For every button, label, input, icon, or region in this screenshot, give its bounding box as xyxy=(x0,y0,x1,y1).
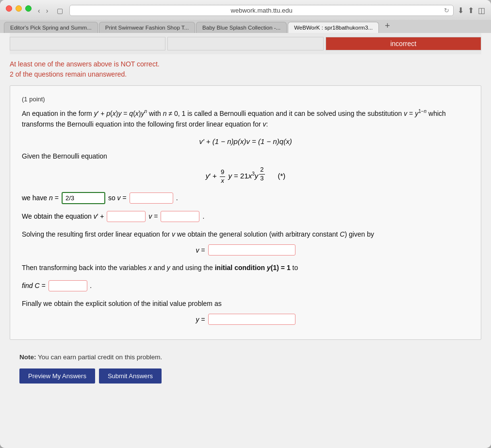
c-input[interactable] xyxy=(49,280,87,291)
traffic-lights xyxy=(6,5,32,12)
minimize-button[interactable] xyxy=(16,5,22,12)
incorrect-label: incorrect xyxy=(390,40,416,48)
obtain-period: . xyxy=(202,212,204,220)
y-final-solution-input[interactable] xyxy=(208,314,295,325)
v-period: . xyxy=(176,194,178,202)
new-tab-button[interactable]: + xyxy=(382,20,393,32)
maximize-button[interactable] xyxy=(25,5,32,12)
y-solution-row: y = xyxy=(22,314,469,325)
submit-button[interactable]: Submit Answers xyxy=(99,368,162,384)
v-solution-row: v = xyxy=(22,244,469,256)
find-c-label: find C = xyxy=(22,282,46,289)
y-eq-label: y = xyxy=(196,316,205,323)
we-have-n-label: we have n = xyxy=(22,194,59,202)
so-v-label: so v = xyxy=(108,194,127,202)
given-text: Given the Bernoulli equation xyxy=(22,152,469,160)
sidebar-button[interactable]: ◫ xyxy=(478,6,485,15)
close-button[interactable] xyxy=(6,5,12,12)
status-cell-1 xyxy=(10,37,165,50)
v-eq-label: v = xyxy=(196,246,205,254)
title-bar: ‹ › ▢ webwork.math.ttu.edu ↻ ⬇ ⬆ ◫ xyxy=(0,0,491,20)
incorrect-cell: incorrect xyxy=(326,37,481,50)
page-content: incorrect At least one of the answers ab… xyxy=(0,33,491,448)
refresh-icon[interactable]: ↻ xyxy=(444,7,449,14)
obtain-row: We obtain the equation v′ + v = . xyxy=(22,211,469,222)
problem-intro: An equation in the form y′ + p(x)y = q(x… xyxy=(22,108,469,129)
status-cell-2 xyxy=(167,37,323,50)
obtain-rhs-input[interactable] xyxy=(161,211,199,222)
v-general-solution-input[interactable] xyxy=(208,244,295,256)
back-button[interactable]: ‹ xyxy=(35,6,43,16)
url-bar[interactable]: webwork.math.ttu.edu ↻ xyxy=(69,5,454,16)
share-button[interactable]: ⬆ xyxy=(468,6,474,15)
note-bold: Note: xyxy=(19,353,36,361)
error-line-2: 2 of the questions remain unanswered. xyxy=(10,69,481,80)
error-line-1: At least one of the answers above is NOT… xyxy=(10,59,481,69)
tab-2[interactable]: Print Swimwear Fashion Shop T... xyxy=(99,22,195,33)
tab-1[interactable]: Editor's Pick Spring and Summ... xyxy=(4,22,98,33)
v-label-2: v = xyxy=(148,212,158,220)
v-input[interactable] xyxy=(130,192,173,204)
transformed-equation: v′ + (1 − n)p(x)v = (1 − n)q(x) xyxy=(22,137,469,145)
n-v-row: we have n = so v = . xyxy=(22,192,469,204)
finally-text: Finally we obtain the explicit solution … xyxy=(22,298,469,309)
tabs-bar: Editor's Pick Spring and Summ... Print S… xyxy=(0,20,491,33)
obtain-coeff-input[interactable] xyxy=(107,211,146,222)
answer-status-row: incorrect xyxy=(10,33,481,54)
preview-button[interactable]: Preview My Answers xyxy=(19,368,95,384)
note-text: You can earn partial credit on this prob… xyxy=(36,353,163,361)
tab-3[interactable]: Baby Blue Splash Collection -... xyxy=(196,22,287,33)
button-row: Preview My Answers Submit Answers xyxy=(10,365,481,391)
c-eq-row: find C = . xyxy=(22,280,469,291)
error-messages: At least one of the answers above is NOT… xyxy=(10,59,481,80)
tab-overview-button[interactable]: ▢ xyxy=(54,6,65,16)
c-period: . xyxy=(90,282,92,289)
tab-4-webwork[interactable]: WeBWorK : spr18bathukorm3... xyxy=(288,22,379,33)
points-label: (1 point) xyxy=(22,96,469,103)
n-input[interactable] xyxy=(62,192,105,204)
obtain-label: We obtain the equation v′ + xyxy=(22,212,104,220)
then-text: Then transforming back into the variable… xyxy=(22,262,469,273)
problem-box: (1 point) An equation in the form y′ + p… xyxy=(10,85,481,340)
url-text: webwork.math.ttu.edu xyxy=(231,7,293,14)
download-button[interactable]: ⬇ xyxy=(458,6,464,15)
forward-button[interactable]: › xyxy=(44,6,51,16)
bernoulli-equation: y′ + 9 x y = 21x3y23 (*) xyxy=(22,166,469,185)
solving-text: Solving the resulting first order linear… xyxy=(22,229,469,240)
note-section: Note: You can earn partial credit on thi… xyxy=(10,348,481,365)
